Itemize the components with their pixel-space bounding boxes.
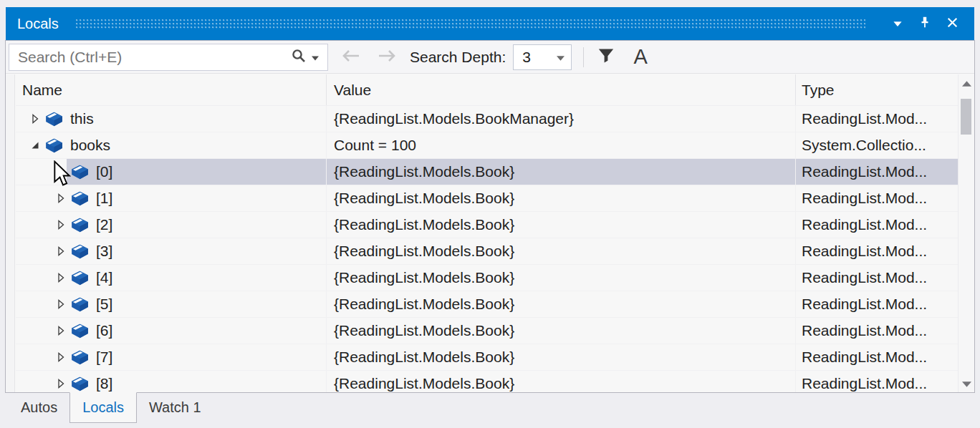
search-input[interactable]: [18, 49, 287, 66]
filter-button[interactable]: [594, 45, 618, 69]
object-icon: [45, 112, 63, 127]
row-content[interactable]: this: [41, 106, 326, 132]
name-cell[interactable]: this: [16, 106, 326, 132]
table-row[interactable]: [1] {ReadingList.Models.Book} ReadingLis…: [16, 185, 958, 212]
variable-value[interactable]: {ReadingList.Models.Book}: [326, 371, 795, 392]
tool-window-titlebar[interactable]: Locals: [6, 7, 974, 40]
variable-value[interactable]: {ReadingList.Models.Book}: [326, 212, 795, 238]
name-cell[interactable]: [3]: [16, 238, 326, 264]
scrollbar-track[interactable]: [959, 92, 974, 375]
variable-name: [8]: [96, 375, 112, 392]
row-content[interactable]: [8]: [67, 371, 326, 392]
search-depth-dropdown[interactable]: 3: [513, 44, 572, 70]
variable-type[interactable]: ReadingList.Mod...: [795, 159, 958, 185]
expander-icon[interactable]: [54, 272, 67, 284]
row-content[interactable]: [0]: [67, 159, 326, 185]
expander-icon[interactable]: [54, 245, 67, 258]
variable-value[interactable]: {ReadingList.Models.Book}: [326, 318, 795, 344]
tab-watch-1[interactable]: Watch 1: [137, 393, 213, 422]
search-box[interactable]: [9, 44, 328, 71]
row-content[interactable]: [6]: [67, 318, 326, 344]
locals-toolbar: Search Depth: 3 A: [6, 41, 974, 74]
search-forward-button[interactable]: [374, 45, 400, 69]
row-content[interactable]: [1]: [67, 185, 326, 211]
variable-value[interactable]: {ReadingList.Models.BookManager}: [326, 106, 795, 132]
table-row[interactable]: [2] {ReadingList.Models.Book} ReadingLis…: [16, 212, 958, 238]
variable-type[interactable]: ReadingList.Mod...: [795, 291, 958, 317]
variable-type[interactable]: ReadingList.Mod...: [795, 265, 958, 291]
variable-value[interactable]: Count = 100: [326, 132, 795, 158]
expander-icon[interactable]: [54, 298, 67, 311]
variable-value[interactable]: {ReadingList.Models.Book}: [326, 344, 795, 370]
tab-locals[interactable]: Locals: [69, 392, 137, 423]
variable-type[interactable]: ReadingList.Mod...: [795, 344, 958, 370]
expander-icon[interactable]: [54, 378, 67, 390]
table-row[interactable]: [5] {ReadingList.Models.Book} ReadingLis…: [16, 291, 958, 318]
table-row[interactable]: [8] {ReadingList.Models.Book} ReadingLis…: [16, 371, 958, 392]
scroll-up-button[interactable]: [959, 74, 974, 92]
table-row[interactable]: [6] {ReadingList.Models.Book} ReadingLis…: [16, 318, 958, 344]
funnel-icon: [597, 48, 615, 67]
row-content[interactable]: [5]: [67, 291, 326, 317]
variable-type[interactable]: ReadingList.Mod...: [795, 371, 958, 392]
name-cell[interactable]: books: [16, 132, 326, 158]
table-row[interactable]: [0] {ReadingList.Models.Book} ReadingLis…: [16, 159, 958, 185]
variable-type[interactable]: System.Collectio...: [795, 132, 958, 158]
column-header-value[interactable]: Value: [326, 74, 795, 105]
name-cell[interactable]: [6]: [16, 318, 326, 344]
variable-type[interactable]: ReadingList.Mod...: [795, 106, 958, 132]
window-title: Locals: [17, 16, 59, 32]
table-row[interactable]: this {ReadingList.Models.BookManager} Re…: [16, 106, 958, 132]
table-row[interactable]: [3] {ReadingList.Models.Book} ReadingLis…: [16, 238, 958, 265]
variable-value[interactable]: {ReadingList.Models.Book}: [326, 265, 795, 291]
column-header-type[interactable]: Type: [795, 74, 958, 105]
object-icon: [71, 244, 89, 259]
table-row[interactable]: [7] {ReadingList.Models.Book} ReadingLis…: [16, 344, 958, 371]
expander-icon[interactable]: [54, 219, 67, 231]
variable-type[interactable]: ReadingList.Mod...: [795, 185, 958, 211]
close-button[interactable]: [941, 13, 963, 34]
search-options-button[interactable]: [287, 45, 323, 69]
search-back-button[interactable]: [338, 45, 364, 69]
row-content[interactable]: [7]: [67, 344, 326, 370]
expander-icon[interactable]: [54, 351, 67, 364]
variable-name: [7]: [96, 349, 112, 366]
row-content[interactable]: [4]: [67, 265, 326, 291]
arrow-left-icon: [341, 49, 361, 66]
variable-value[interactable]: {ReadingList.Models.Book}: [326, 291, 795, 317]
row-content[interactable]: [2]: [67, 212, 326, 238]
row-content[interactable]: books: [41, 132, 326, 158]
window-position-button[interactable]: [887, 13, 908, 34]
variable-type[interactable]: ReadingList.Mod...: [795, 212, 958, 238]
name-cell[interactable]: [7]: [16, 344, 326, 370]
expander-icon[interactable]: [54, 193, 67, 205]
vertical-scrollbar[interactable]: [958, 74, 974, 392]
variable-value[interactable]: {ReadingList.Models.Book}: [326, 159, 795, 185]
variable-type[interactable]: ReadingList.Mod...: [795, 318, 958, 344]
name-cell[interactable]: [4]: [16, 265, 326, 291]
expander-icon[interactable]: [29, 113, 41, 125]
name-cell[interactable]: [2]: [16, 212, 326, 238]
pin-button[interactable]: [914, 13, 936, 34]
name-cell[interactable]: [8]: [16, 371, 326, 392]
scroll-down-button[interactable]: [959, 375, 974, 392]
titlebar-drag-grip[interactable]: [76, 19, 865, 29]
table-row[interactable]: [4] {ReadingList.Models.Book} ReadingLis…: [16, 265, 958, 291]
panel-tab-bar: Autos Locals Watch 1: [6, 393, 974, 428]
column-header-name[interactable]: Name: [16, 74, 326, 105]
expander-icon[interactable]: [54, 325, 67, 337]
scrollbar-thumb[interactable]: [961, 99, 971, 135]
variable-value[interactable]: {ReadingList.Models.Book}: [326, 238, 795, 264]
search-string-values-button[interactable]: A: [628, 45, 653, 69]
row-content[interactable]: [3]: [67, 238, 326, 264]
pin-icon: [918, 16, 931, 31]
tab-autos[interactable]: Autos: [9, 393, 69, 422]
expander-icon[interactable]: [29, 140, 41, 152]
table-row[interactable]: books Count = 100 System.Collectio...: [16, 132, 958, 159]
variable-type[interactable]: ReadingList.Mod...: [795, 238, 958, 264]
variable-value[interactable]: {ReadingList.Models.Book}: [326, 185, 795, 211]
name-cell[interactable]: [5]: [16, 291, 326, 317]
magnifier-icon: [291, 48, 307, 67]
triangle-up-icon: [962, 77, 971, 89]
variable-name: books: [70, 137, 110, 154]
